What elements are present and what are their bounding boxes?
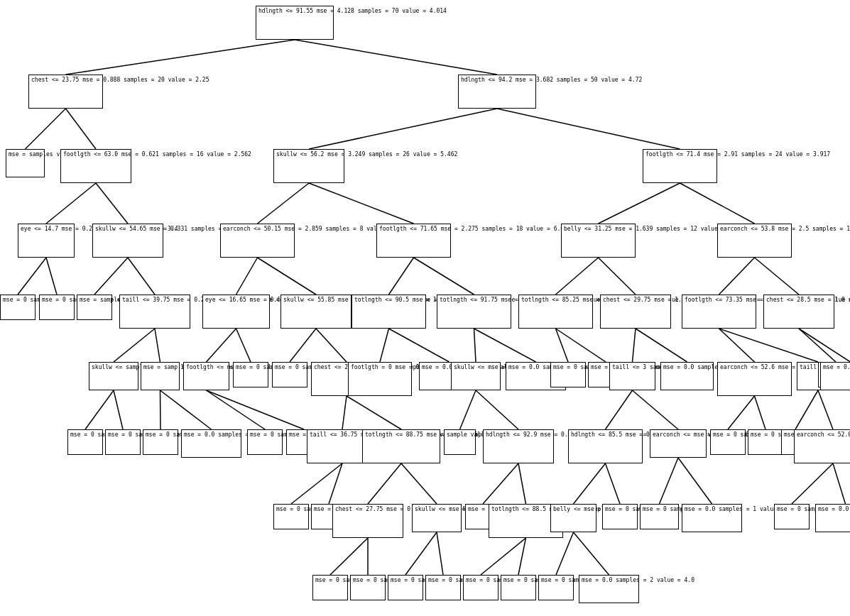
svg-line-49	[347, 396, 401, 429]
svg-line-28	[290, 329, 316, 362]
svg-line-54	[728, 396, 755, 429]
tree-node-n77: mse = 0 samples value =	[538, 575, 574, 600]
tree-node-n47: mse = 0 samples value =	[247, 429, 283, 455]
svg-line-57	[818, 390, 833, 429]
tree-node-n27: footlgth <= mse = 0 samples value =	[183, 362, 229, 390]
tree-node-n37: taill <= 3 samples value = 4	[609, 362, 655, 390]
svg-line-74	[481, 538, 526, 575]
tree-node-n61: chest <= 27.75 mse = 0.188 samples = 4 v…	[332, 504, 403, 538]
svg-line-13	[46, 258, 57, 295]
tree-node-n24: chest <= 28.5 mse = 1.0 samples = 2 valu…	[763, 295, 834, 329]
tree-node-n51: sample value =	[444, 429, 476, 455]
svg-line-75	[518, 538, 526, 575]
tree-node-n72: mse = 0 samples value =	[350, 575, 386, 600]
tree-node-n25: skullw <= samples value = 1	[89, 362, 138, 390]
tree-node-n28: mse = 0 samples value =	[233, 362, 268, 387]
svg-line-40	[799, 329, 836, 362]
tree-node-n71: mse = 0 samples value =	[312, 575, 348, 600]
tree-node-n54: earconch <= mse = 0 samples value = 3	[650, 429, 707, 458]
svg-line-64	[574, 463, 606, 504]
tree-node-n42: mse = 0.0 samples = 1 value = 7.0	[820, 362, 850, 390]
tree-node-n70: mse = 0.0 samples = 3 value = 3.0	[815, 504, 850, 532]
tree-node-n20: totlngth <= 91.75 mse = 1.633 samples = …	[437, 295, 511, 329]
tree-node-n0: hdlngth <= 91.55 mse = 4.128 samples = 7…	[256, 6, 334, 40]
svg-line-63	[518, 463, 526, 504]
svg-line-77	[574, 532, 609, 575]
tree-node-n69: mse = 0 samples value =	[774, 504, 810, 529]
tree-node-n31: footlgth = 0 mse = 0.0 samples = 1 value…	[348, 362, 412, 396]
svg-line-58	[291, 463, 342, 504]
svg-line-69	[833, 463, 846, 504]
tree-node-n68: mse = 0.0 samples = 1 value = 4.0	[682, 504, 742, 532]
svg-line-10	[599, 183, 680, 224]
svg-line-17	[258, 258, 317, 295]
svg-line-6	[46, 183, 96, 224]
tree-node-n10: footlgth <= 71.65 mse = 2.275 samples = …	[376, 224, 451, 258]
tree-node-n65: belly <= mse = 0 samples value = 4	[550, 504, 596, 532]
tree-node-n9: earconch <= 50.15 mse = 2.859 samples = …	[220, 224, 295, 258]
svg-line-53	[633, 390, 679, 429]
svg-line-68	[792, 463, 833, 504]
tree-node-n33: skullw <= mse = 1 samples = 2 value =	[451, 362, 501, 390]
svg-line-21	[599, 258, 636, 295]
tree-node-n17: eye <= 16.65 mse = 0.667 samples = 3 val…	[202, 295, 270, 329]
svg-line-50	[460, 390, 476, 429]
tree-node-n35: mse = 0 samples value =	[550, 362, 586, 387]
tree-node-n55: mse = 0 samples value =	[710, 429, 746, 455]
tree-node-n3: mse = samples value	[6, 149, 45, 177]
tree-node-n26: mse = samp samples value =	[141, 362, 180, 390]
svg-line-27	[236, 329, 251, 362]
tree-container: hdlngth <= 91.55 mse = 4.128 samples = 7…	[0, 0, 850, 616]
svg-line-9	[309, 183, 414, 224]
svg-line-7	[96, 183, 128, 224]
tree-node-n67: mse = 0 samples value = 3	[640, 504, 679, 529]
tree-node-n16: taill <= 39.75 mse = 0.222 samples = 9 v…	[119, 295, 190, 329]
svg-line-26	[207, 329, 236, 362]
tree-node-n6: footlgth <= 71.4 mse = 2.91 samples = 24…	[643, 149, 717, 183]
svg-line-39	[719, 329, 819, 362]
tree-node-n29: mse = 0 samples value =	[272, 362, 307, 387]
svg-line-23	[755, 258, 800, 295]
tree-node-n15: mse = samples value =	[77, 295, 112, 320]
svg-line-70	[330, 538, 368, 575]
svg-line-12	[18, 258, 46, 295]
svg-line-45	[160, 390, 212, 429]
svg-line-8	[258, 183, 310, 224]
svg-line-60	[368, 463, 401, 504]
tree-node-n59: mse = 0 samples value =	[273, 504, 309, 529]
tree-node-n53: hdlngth <= 85.5 mse = 0.222 samples = 6 …	[568, 429, 643, 463]
tree-node-n43: mse = 0 samples value =	[67, 429, 103, 455]
tree-node-n13: mse = 0 samples value =	[0, 295, 36, 320]
svg-line-44	[160, 390, 161, 429]
svg-line-51	[476, 390, 518, 429]
svg-line-47	[207, 390, 305, 429]
svg-line-43	[114, 390, 123, 429]
svg-line-76	[556, 532, 574, 575]
svg-line-73	[437, 532, 443, 575]
tree-node-n52: hdlngth <= 92.9 mse = 0.667 samples = 3 …	[483, 429, 554, 463]
svg-line-55	[755, 396, 766, 429]
svg-line-24	[114, 329, 155, 362]
tree-node-n1: chest <= 23.75 mse = 0.888 samples = 20 …	[28, 75, 103, 109]
tree-node-n22: chest <= 29.75 mse = 1.25 samples = 10 v…	[600, 295, 671, 329]
svg-line-36	[633, 329, 636, 362]
svg-line-0	[66, 40, 295, 75]
svg-line-72	[405, 532, 437, 575]
tree-node-n19: totlngth <= 90.5 mse = 1.107 samples = 1…	[352, 295, 426, 329]
svg-line-48	[342, 396, 347, 429]
tree-node-n18: skullw <= 55.85 mse = 0.8 samples = 5 va…	[280, 295, 352, 329]
tree-node-n8: skullw <= 54.65 mse = 0.331 samples = 11…	[92, 224, 163, 258]
svg-line-33	[474, 329, 536, 362]
tree-node-n50: totlngth <= 88.75 mse = 0.438 samples = …	[362, 429, 440, 463]
tree-node-n73: mse = 0 samples value =	[388, 575, 423, 600]
svg-line-29	[316, 329, 347, 362]
tree-node-n58: earconch <= 52.05 mse = 0.188 samples = …	[794, 429, 850, 463]
svg-line-42	[85, 390, 114, 429]
tree-node-n38: mse = 0.0 samples value = 7.0	[660, 362, 714, 390]
svg-line-35	[556, 329, 606, 362]
tree-node-n45: mse = 0 samples value =	[143, 429, 178, 455]
tree-node-n62: skullw <= mse = 0 samples value = 5	[412, 504, 462, 532]
svg-line-41	[799, 329, 850, 362]
svg-line-5	[497, 109, 680, 149]
svg-line-52	[606, 390, 633, 429]
